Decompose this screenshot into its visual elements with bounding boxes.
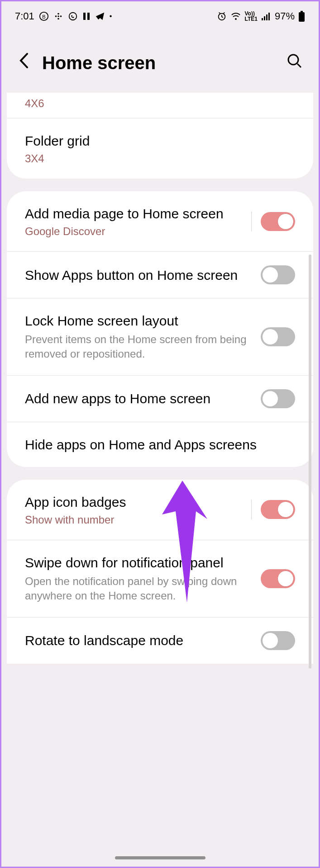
alarm-icon [217,11,227,21]
swipe-title: Swipe down for notification panel [25,554,252,571]
status-time: 7:01 [15,10,34,22]
media-page-item[interactable]: Add media page to Home screen Google Dis… [7,191,313,251]
swipe-desc: Open the notification panel by swiping d… [25,574,252,604]
folder-grid-item[interactable]: Folder grid 3X4 [7,118,313,179]
whatsapp-icon [68,11,78,21]
lock-layout-item[interactable]: Lock Home screen layout Prevent items on… [7,298,313,375]
signal-icon [261,12,271,21]
svg-rect-8 [83,13,86,20]
svg-rect-12 [264,16,265,20]
hide-apps-title: Hide apps on Home and Apps screens [25,436,295,453]
badges-item[interactable]: App icon badges Show with number [7,480,313,540]
status-right: Vo))LTE1 97% [217,10,306,22]
show-apps-toggle[interactable] [261,265,295,284]
status-bar: 7:01 B • Vo))LTE1 97% [1,1,319,28]
media-page-toggle[interactable] [261,212,295,231]
home-options-section: Add media page to Home screen Google Dis… [7,191,313,467]
show-apps-title: Show Apps button on Home screen [25,266,252,284]
slack-icon [53,11,63,21]
svg-rect-2 [55,15,57,17]
dot-icon: • [110,12,112,20]
add-new-apps-title: Add new apps to Home screen [25,390,252,407]
svg-rect-13 [266,14,267,20]
add-new-apps-item[interactable]: Add new apps to Home screen [7,375,313,422]
svg-rect-16 [299,12,305,22]
svg-rect-14 [268,13,270,20]
notification-icon: B [39,11,49,21]
grid-section: 4X6 Folder grid 3X4 [7,93,313,179]
app-header: Home screen [1,28,319,93]
lock-layout-toggle[interactable] [261,327,295,346]
svg-rect-11 [262,18,263,20]
media-page-title: Add media page to Home screen [25,205,242,222]
battery-icon [298,11,305,22]
wifi-icon [230,12,241,21]
badges-title: App icon badges [25,493,242,511]
lock-layout-title: Lock Home screen layout [25,312,252,330]
misc-section: App icon badges Show with number Swipe d… [7,480,313,664]
folder-grid-title: Folder grid [25,132,295,150]
svg-rect-3 [57,13,59,15]
svg-rect-6 [57,15,59,17]
settings-content: 4X6 Folder grid 3X4 Add media page to Ho… [1,93,319,664]
scrollbar[interactable] [309,255,311,669]
media-page-sub: Google Discover [25,225,242,238]
svg-point-7 [69,13,77,20]
svg-rect-4 [60,15,62,17]
show-apps-item[interactable]: Show Apps button on Home screen [7,251,313,298]
rotate-toggle[interactable] [261,631,295,650]
svg-rect-15 [301,11,303,12]
badges-sub: Show with number [25,514,242,526]
pause-icon [82,12,91,21]
rotate-title: Rotate to landscape mode [25,632,252,649]
svg-rect-9 [87,13,90,20]
back-button[interactable] [17,51,31,75]
page-title: Home screen [42,53,275,73]
volte-icon: Vo))LTE1 [245,11,258,22]
svg-rect-5 [57,18,59,20]
lock-layout-desc: Prevent items on the Home screen from be… [25,332,252,362]
rotate-item[interactable]: Rotate to landscape mode [7,617,313,664]
swipe-item[interactable]: Swipe down for notification panel Open t… [7,540,313,617]
hide-apps-item[interactable]: Hide apps on Home and Apps screens [7,422,313,467]
telegram-icon [95,11,105,21]
svg-text:B: B [42,14,45,19]
home-indicator[interactable] [115,856,205,859]
battery-percent: 97% [275,10,295,22]
add-new-apps-toggle[interactable] [261,389,295,408]
swipe-toggle[interactable] [261,569,295,588]
home-grid-value-partial: 4X6 [7,93,313,118]
divider [251,500,252,519]
search-button[interactable] [287,53,303,73]
svg-point-17 [288,55,298,65]
divider [251,212,252,231]
status-left: 7:01 B • [15,10,112,22]
badges-toggle[interactable] [261,500,295,519]
folder-grid-value: 3X4 [25,152,295,165]
